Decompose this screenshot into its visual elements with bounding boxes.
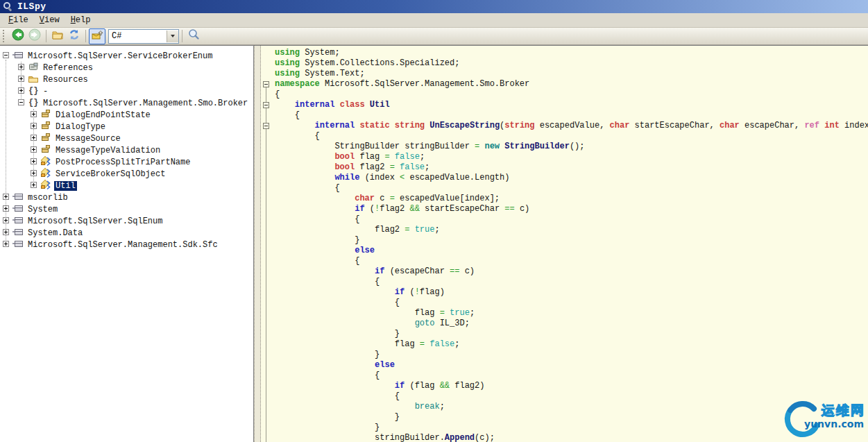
expand-icon[interactable] <box>18 87 24 96</box>
code-line: } <box>275 329 868 339</box>
tree-row-microsoft-sqlserver-servicebrokerenum[interactable]: Microsoft.SqlServer.ServiceBrokerEnum <box>0 50 253 62</box>
toolbar-grip[interactable] <box>3 30 7 42</box>
code-line: { <box>275 391 868 402</box>
expand-icon[interactable] <box>3 193 9 203</box>
expand-icon[interactable] <box>18 75 24 85</box>
search-button[interactable] <box>185 28 202 44</box>
code-line: { <box>275 90 868 100</box>
collapse-icon[interactable] <box>3 51 9 61</box>
toolbar: C# <box>0 28 868 45</box>
code-line: if (escapeChar == c) <box>275 266 868 277</box>
code-line: { <box>275 371 868 381</box>
code-line: StringBuilder stringBuilder = new String… <box>275 142 868 152</box>
fold-collapse-icon[interactable] <box>263 81 269 87</box>
code-line: { <box>275 256 868 266</box>
tree-row-microsoft-sqlserver-management-sdk-sfc[interactable]: Microsoft.SqlServer.Management.Sdk.Sfc <box>0 239 253 250</box>
menu-view[interactable]: View <box>34 14 65 26</box>
tree-row-messagesource[interactable]: MessageSource <box>0 133 253 144</box>
open-button[interactable] <box>49 28 66 44</box>
code-line: while (index < escapedValue.Length) <box>275 173 868 183</box>
tree-row-references[interactable]: References <box>0 62 253 74</box>
main-content: Microsoft.SqlServer.ServiceBrokerEnumRef… <box>0 45 868 442</box>
code-line: namespace Microsoft.SqlServer.Management… <box>275 79 868 90</box>
code-line: if (!flag) <box>275 287 868 298</box>
tree-row-messagetypevalidation[interactable]: MessageTypeValidation <box>0 144 253 156</box>
expand-icon[interactable] <box>3 205 9 214</box>
code-line: { <box>275 183 868 194</box>
assembly-icon <box>12 238 24 252</box>
tree-label: Microsoft.SqlServer.Management.Smo.Broke… <box>42 99 249 108</box>
back-button[interactable] <box>10 28 26 44</box>
tree-label: ServiceBrokerSqlObject <box>54 169 167 179</box>
tree-row-dialogendpointstate[interactable]: DialogEndPointState <box>0 109 253 121</box>
toolbar-separator <box>182 30 182 42</box>
toolbar-separator <box>85 30 86 42</box>
tree-row-microsoft-sqlserver-sqlenum[interactable]: Microsoft.SqlServer.SqlEnum <box>0 215 253 227</box>
code-line: { <box>275 298 868 308</box>
expand-icon[interactable] <box>31 169 37 179</box>
svg-text:{}: {} <box>28 98 38 108</box>
collapse-icon[interactable] <box>18 99 24 108</box>
tree-row-postprocesssplittripartname[interactable]: PostProcessSplitTriPartName <box>0 156 253 168</box>
tree-label: DialogEndPointState <box>54 110 152 120</box>
assembly-icon <box>12 49 24 63</box>
expand-icon[interactable] <box>31 146 37 155</box>
tree-label: MessageSource <box>54 134 122 144</box>
forward-button[interactable] <box>26 28 43 44</box>
tree-row-microsoft-sqlserver-management-smo-broker[interactable]: {}Microsoft.SqlServer.Management.Smo.Bro… <box>0 97 253 109</box>
language-combobox[interactable]: C# <box>108 29 179 44</box>
expand-icon[interactable] <box>31 158 37 167</box>
expand-icon[interactable] <box>31 110 37 120</box>
tree-label: PostProcessSplitTriPartName <box>54 158 192 167</box>
decompiled-code[interactable]: using System;using System.Collections.Sp… <box>261 46 868 442</box>
fold-collapse-icon[interactable] <box>263 102 269 108</box>
tree-label: Resources <box>42 75 90 85</box>
tree-row-resources[interactable]: Resources <box>0 74 253 85</box>
code-line: { <box>275 214 868 225</box>
fold-collapse-icon[interactable] <box>263 123 269 129</box>
language-value: C# <box>109 31 167 41</box>
expand-icon[interactable] <box>31 181 37 191</box>
expand-icon[interactable] <box>3 240 9 250</box>
code-line: char c = escapedValue[index]; <box>275 194 868 204</box>
assembly-tree[interactable]: Microsoft.SqlServer.ServiceBrokerEnumRef… <box>0 46 254 442</box>
expand-icon[interactable] <box>3 216 9 226</box>
code-line: flag = true; <box>275 308 868 318</box>
code-line: bool flag2 = false; <box>275 162 868 173</box>
dropdown-icon[interactable] <box>167 31 178 42</box>
class-icon <box>40 179 51 193</box>
tree-row-servicebrokersqlobject[interactable]: ServiceBrokerSqlObject <box>0 168 253 180</box>
tree-row-system[interactable]: System <box>0 203 253 215</box>
tree-row-system-data[interactable]: System.Data <box>0 227 253 239</box>
code-line: { <box>275 277 868 287</box>
tree-row-util[interactable]: Util <box>0 180 253 192</box>
expand-icon[interactable] <box>31 122 37 132</box>
code-line: goto IL_3D; <box>275 318 868 329</box>
namespace-icon: {} <box>28 96 39 110</box>
pane-splitter[interactable] <box>254 46 261 442</box>
tree-label: - <box>42 87 49 96</box>
ilspy-window: ILSpy FileViewHelp <box>0 0 868 442</box>
assembly-list-toggle-button[interactable] <box>89 28 105 44</box>
code-line: using System; <box>275 48 868 58</box>
code-line: bool flag = false; <box>275 152 868 162</box>
tree-label: System <box>26 205 59 214</box>
tree-label: Util <box>54 181 77 191</box>
tree-row-mscorlib[interactable]: mscorlib <box>0 192 253 203</box>
tree-row-dialogtype[interactable]: DialogType <box>0 121 253 133</box>
menu-help[interactable]: Help <box>65 14 96 26</box>
expand-icon[interactable] <box>31 134 37 144</box>
code-line: else <box>275 246 868 256</box>
code-editor[interactable]: using System;using System.Collections.Sp… <box>261 46 868 442</box>
menu-file[interactable]: File <box>3 14 34 26</box>
tree-row--[interactable]: {}- <box>0 85 253 97</box>
refresh-button[interactable] <box>66 28 83 44</box>
code-line: internal class Util <box>275 100 868 110</box>
title-bar[interactable]: ILSpy <box>0 0 868 13</box>
expand-icon[interactable] <box>18 63 24 73</box>
code-line: internal static string UnEscapeString(st… <box>275 121 868 131</box>
forward-icon <box>28 28 41 44</box>
code-line: flag = false; <box>275 339 868 350</box>
back-icon <box>12 28 24 44</box>
expand-icon[interactable] <box>3 228 9 238</box>
